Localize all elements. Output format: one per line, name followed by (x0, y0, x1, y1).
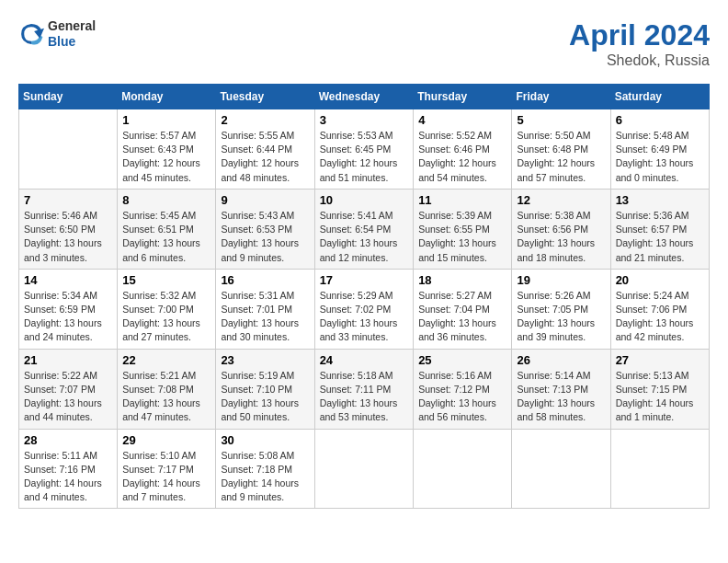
calendar-cell: 3Sunrise: 5:53 AMSunset: 6:45 PMDaylight… (314, 109, 414, 190)
week-row-2: 7Sunrise: 5:46 AMSunset: 6:50 PMDaylight… (19, 189, 710, 269)
title-block: April 2024 Shedok, Russia (569, 18, 710, 69)
logo-line2: Blue (48, 34, 96, 50)
week-row-4: 21Sunrise: 5:22 AMSunset: 7:07 PMDayligh… (19, 349, 710, 429)
header-day-friday: Friday (512, 85, 610, 109)
calendar-cell: 17Sunrise: 5:29 AMSunset: 7:02 PMDayligh… (314, 269, 414, 349)
calendar-cell: 27Sunrise: 5:13 AMSunset: 7:15 PMDayligh… (610, 349, 709, 429)
calendar-cell: 14Sunrise: 5:34 AMSunset: 6:59 PMDayligh… (19, 269, 118, 349)
day-info: Sunrise: 5:50 AMSunset: 6:48 PMDaylight:… (517, 129, 605, 185)
header-day-tuesday: Tuesday (216, 85, 314, 109)
calendar-cell: 25Sunrise: 5:16 AMSunset: 7:12 PMDayligh… (414, 349, 512, 429)
calendar-cell: 1Sunrise: 5:57 AMSunset: 6:43 PMDaylight… (118, 109, 216, 190)
day-info: Sunrise: 5:10 AMSunset: 7:17 PMDaylight:… (122, 449, 210, 505)
calendar-cell: 10Sunrise: 5:41 AMSunset: 6:54 PMDayligh… (314, 189, 414, 269)
day-number: 19 (517, 273, 605, 287)
logo: General Blue (18, 18, 96, 50)
calendar-cell: 4Sunrise: 5:52 AMSunset: 6:46 PMDaylight… (414, 109, 512, 190)
day-info: Sunrise: 5:53 AMSunset: 6:45 PMDaylight:… (320, 129, 409, 185)
calendar-cell: 19Sunrise: 5:26 AMSunset: 7:05 PMDayligh… (512, 269, 610, 349)
day-info: Sunrise: 5:52 AMSunset: 6:46 PMDaylight:… (418, 129, 506, 185)
day-info: Sunrise: 5:11 AMSunset: 7:16 PMDaylight:… (24, 449, 112, 505)
day-info: Sunrise: 5:13 AMSunset: 7:15 PMDaylight:… (616, 369, 704, 425)
day-info: Sunrise: 5:48 AMSunset: 6:49 PMDaylight:… (616, 129, 704, 185)
week-row-5: 28Sunrise: 5:11 AMSunset: 7:16 PMDayligh… (19, 429, 710, 509)
logo-icon (18, 21, 44, 47)
day-info: Sunrise: 5:46 AMSunset: 6:50 PMDaylight:… (24, 209, 112, 265)
calendar-cell (512, 429, 610, 509)
day-number: 21 (24, 353, 112, 367)
day-number: 20 (616, 273, 704, 287)
header-day-sunday: Sunday (19, 85, 118, 109)
calendar-cell: 21Sunrise: 5:22 AMSunset: 7:07 PMDayligh… (19, 349, 118, 429)
day-number: 10 (320, 193, 409, 207)
day-number: 27 (616, 353, 704, 367)
calendar-cell: 9Sunrise: 5:43 AMSunset: 6:53 PMDaylight… (216, 189, 314, 269)
calendar-cell: 28Sunrise: 5:11 AMSunset: 7:16 PMDayligh… (19, 429, 118, 509)
logo-text: General Blue (48, 18, 96, 50)
calendar-table: SundayMondayTuesdayWednesdayThursdayFrid… (18, 84, 710, 509)
day-info: Sunrise: 5:38 AMSunset: 6:56 PMDaylight:… (517, 209, 605, 265)
day-number: 17 (320, 273, 409, 287)
day-info: Sunrise: 5:34 AMSunset: 6:59 PMDaylight:… (24, 289, 112, 345)
day-number: 2 (221, 113, 309, 127)
day-info: Sunrise: 5:14 AMSunset: 7:13 PMDaylight:… (517, 369, 605, 425)
calendar-cell: 23Sunrise: 5:19 AMSunset: 7:10 PMDayligh… (216, 349, 314, 429)
day-number: 24 (320, 353, 409, 367)
header-day-thursday: Thursday (414, 85, 512, 109)
day-number: 22 (122, 353, 210, 367)
day-info: Sunrise: 5:57 AMSunset: 6:43 PMDaylight:… (122, 129, 210, 185)
calendar-cell: 15Sunrise: 5:32 AMSunset: 7:00 PMDayligh… (118, 269, 216, 349)
day-number: 25 (418, 353, 506, 367)
day-number: 1 (122, 113, 210, 127)
week-row-1: 1Sunrise: 5:57 AMSunset: 6:43 PMDaylight… (19, 109, 710, 190)
day-info: Sunrise: 5:24 AMSunset: 7:06 PMDaylight:… (616, 289, 704, 345)
day-number: 23 (221, 353, 309, 367)
calendar-cell: 6Sunrise: 5:48 AMSunset: 6:49 PMDaylight… (610, 109, 709, 190)
day-info: Sunrise: 5:16 AMSunset: 7:12 PMDaylight:… (418, 369, 506, 425)
day-number: 15 (122, 273, 210, 287)
svg-marker-0 (34, 29, 44, 39)
day-info: Sunrise: 5:43 AMSunset: 6:53 PMDaylight:… (221, 209, 309, 265)
calendar-cell: 29Sunrise: 5:10 AMSunset: 7:17 PMDayligh… (118, 429, 216, 509)
day-number: 26 (517, 353, 605, 367)
day-info: Sunrise: 5:08 AMSunset: 7:18 PMDaylight:… (221, 449, 309, 505)
day-info: Sunrise: 5:29 AMSunset: 7:02 PMDaylight:… (320, 289, 409, 345)
day-info: Sunrise: 5:39 AMSunset: 6:55 PMDaylight:… (418, 209, 506, 265)
header-day-saturday: Saturday (610, 85, 709, 109)
calendar-cell: 8Sunrise: 5:45 AMSunset: 6:51 PMDaylight… (118, 189, 216, 269)
day-info: Sunrise: 5:45 AMSunset: 6:51 PMDaylight:… (122, 209, 210, 265)
logo-line1: General (48, 18, 96, 34)
day-number: 11 (418, 193, 506, 207)
calendar-cell: 13Sunrise: 5:36 AMSunset: 6:57 PMDayligh… (610, 189, 709, 269)
day-info: Sunrise: 5:27 AMSunset: 7:04 PMDaylight:… (418, 289, 506, 345)
calendar-cell: 5Sunrise: 5:50 AMSunset: 6:48 PMDaylight… (512, 109, 610, 190)
day-info: Sunrise: 5:21 AMSunset: 7:08 PMDaylight:… (122, 369, 210, 425)
day-number: 5 (517, 113, 605, 127)
day-number: 29 (122, 433, 210, 447)
calendar-cell (314, 429, 414, 509)
calendar-subtitle: Shedok, Russia (569, 52, 710, 69)
calendar-cell (610, 429, 709, 509)
calendar-cell: 7Sunrise: 5:46 AMSunset: 6:50 PMDaylight… (19, 189, 118, 269)
day-info: Sunrise: 5:22 AMSunset: 7:07 PMDaylight:… (24, 369, 112, 425)
header-day-monday: Monday (118, 85, 216, 109)
day-info: Sunrise: 5:19 AMSunset: 7:10 PMDaylight:… (221, 369, 309, 425)
calendar-cell: 11Sunrise: 5:39 AMSunset: 6:55 PMDayligh… (414, 189, 512, 269)
calendar-cell: 26Sunrise: 5:14 AMSunset: 7:13 PMDayligh… (512, 349, 610, 429)
day-info: Sunrise: 5:55 AMSunset: 6:44 PMDaylight:… (221, 129, 309, 185)
calendar-cell: 22Sunrise: 5:21 AMSunset: 7:08 PMDayligh… (118, 349, 216, 429)
calendar-cell: 12Sunrise: 5:38 AMSunset: 6:56 PMDayligh… (512, 189, 610, 269)
calendar-cell: 16Sunrise: 5:31 AMSunset: 7:01 PMDayligh… (216, 269, 314, 349)
day-number: 30 (221, 433, 309, 447)
day-number: 12 (517, 193, 605, 207)
calendar-cell: 2Sunrise: 5:55 AMSunset: 6:44 PMDaylight… (216, 109, 314, 190)
calendar-cell: 20Sunrise: 5:24 AMSunset: 7:06 PMDayligh… (610, 269, 709, 349)
calendar-body: 1Sunrise: 5:57 AMSunset: 6:43 PMDaylight… (19, 109, 710, 509)
day-number: 9 (221, 193, 309, 207)
day-number: 16 (221, 273, 309, 287)
calendar-cell: 18Sunrise: 5:27 AMSunset: 7:04 PMDayligh… (414, 269, 512, 349)
day-number: 18 (418, 273, 506, 287)
day-info: Sunrise: 5:41 AMSunset: 6:54 PMDaylight:… (320, 209, 409, 265)
day-info: Sunrise: 5:36 AMSunset: 6:57 PMDaylight:… (616, 209, 704, 265)
day-number: 7 (24, 193, 112, 207)
